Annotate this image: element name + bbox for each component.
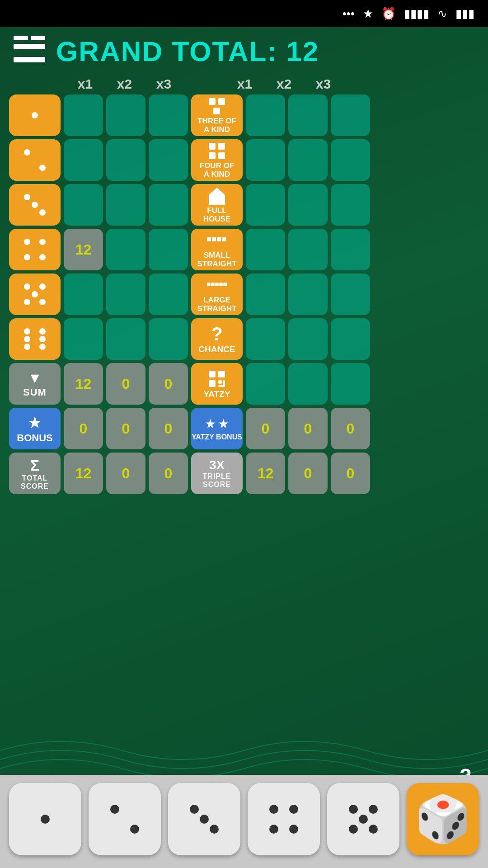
col-x3-left: x3 [144,76,183,92]
triple-score-x1[interactable]: 12 [246,453,285,494]
sum-x3[interactable]: 0 [149,363,188,405]
bluetooth-icon: ••• [343,7,355,21]
die-3[interactable] [168,783,240,855]
large-straight[interactable]: LARGESTRAIGHT [191,274,243,315]
bonus-x2[interactable]: 0 [106,408,145,449]
three-of-a-kind-x1[interactable] [246,94,285,136]
three-of-a-kind-x2[interactable] [288,94,328,136]
col-x3-right: x3 [304,76,343,92]
bonus-row: ★ BONUS 0 0 0 ★ ★ YATZY BONUS 0 0 0 [9,408,479,449]
alarm-icon: ⏰ [381,7,396,21]
small-straight-x1[interactable] [246,229,285,270]
sum-x1[interactable]: 12 [64,363,103,405]
chance-x3[interactable] [331,318,370,360]
yatzy-bonus-x3[interactable]: 0 [331,408,370,449]
dice-six[interactable] [9,318,61,360]
dice-two[interactable] [9,139,61,181]
svg-rect-11 [222,237,226,241]
row-ones: THREE OFA KIND [9,94,479,136]
four-of-a-kind-x1[interactable] [246,139,285,181]
triple-score-x3[interactable]: 0 [331,453,370,494]
dice-one[interactable] [9,94,61,136]
svg-rect-5 [209,152,216,159]
small-straight-x3[interactable] [331,229,370,270]
four-of-a-kind[interactable]: FOUR OFA KIND [191,139,243,181]
fours-x1[interactable]: 12 [64,229,103,270]
bonus-x1[interactable]: 0 [64,408,103,449]
total-score-x1[interactable]: 12 [64,453,103,494]
yatzy-x1[interactable] [246,363,285,405]
fives-x2[interactable] [106,274,145,315]
yatzy-bonus-x1[interactable]: 0 [246,408,285,449]
dice-three[interactable] [9,184,61,226]
svg-rect-18 [218,371,225,377]
chance-x2[interactable] [288,318,328,360]
fours-x3[interactable] [149,229,188,270]
chance-x1[interactable] [246,318,285,360]
triple-score-cell: 3X TRIPLESCORE [191,453,243,494]
total-score-x3[interactable]: 0 [149,453,188,494]
svg-rect-15 [219,283,223,286]
sum-x2[interactable]: 0 [106,363,145,405]
total-score-row: Σ TOTALSCORE 12 0 0 3X TRIPLESCORE 12 0 … [9,453,479,494]
row-sixes: ? CHANCE [9,318,479,360]
large-straight-x3[interactable] [331,274,370,315]
yatzy-x3[interactable] [331,363,370,405]
four-of-a-kind-x2[interactable] [288,139,328,181]
row-twos: FOUR OFA KIND [9,139,479,181]
fives-x1[interactable] [64,274,103,315]
yatzy-bonus-x2[interactable]: 0 [288,408,328,449]
dice-four[interactable] [9,229,61,270]
fours-x2[interactable] [106,229,145,270]
yatzy-x2[interactable] [288,363,328,405]
col-x1-right: x1 [225,76,264,92]
triple-score-x2[interactable]: 0 [288,453,328,494]
full-house-x3[interactable] [331,184,370,226]
svg-rect-4 [218,143,225,150]
bonus-cell: ★ BONUS [9,408,61,449]
threes-x2[interactable] [106,184,145,226]
svg-rect-12 [207,283,211,286]
sixes-x1[interactable] [64,318,103,360]
svg-rect-2 [213,108,220,114]
score-grid: THREE OFA KIND [9,94,479,494]
yatzy[interactable]: YATZY [191,363,243,405]
signal-icon: ▮▮▮▮ [404,7,429,21]
total-score-x2[interactable]: 0 [106,453,145,494]
svg-rect-8 [207,237,211,241]
small-straight-x2[interactable] [288,229,328,270]
sum-row: ▼ SUM 12 0 0 YATZY [9,363,479,405]
menu-button[interactable] [14,36,45,67]
die-2[interactable] [89,783,161,855]
threes-x1[interactable] [64,184,103,226]
status-bar: ••• ★ ⏰ ▮▮▮▮ ∿ ▮▮▮ [0,0,488,27]
bonus-x3[interactable]: 0 [149,408,188,449]
full-house-x1[interactable] [246,184,285,226]
three-of-a-kind[interactable]: THREE OFA KIND [191,94,243,136]
sixes-x2[interactable] [106,318,145,360]
dice-five[interactable] [9,274,61,315]
three-of-a-kind-x3[interactable] [331,94,370,136]
svg-rect-6 [218,152,225,159]
svg-rect-19 [209,380,216,387]
sixes-x3[interactable] [149,318,188,360]
ones-x1[interactable] [64,94,103,136]
large-straight-x2[interactable] [288,274,328,315]
chance[interactable]: ? CHANCE [191,318,243,360]
full-house[interactable]: FULLHOUSE [191,184,243,226]
large-straight-x1[interactable] [246,274,285,315]
die-4[interactable] [248,783,320,855]
ones-x3[interactable] [149,94,188,136]
four-of-a-kind-x3[interactable] [331,139,370,181]
twos-x1[interactable] [64,139,103,181]
die-1[interactable] [9,783,81,855]
ones-x2[interactable] [106,94,145,136]
fives-x3[interactable] [149,274,188,315]
full-house-x2[interactable] [288,184,328,226]
die-5[interactable] [327,783,399,855]
twos-x3[interactable] [149,139,188,181]
twos-x2[interactable] [106,139,145,181]
threes-x3[interactable] [149,184,188,226]
roll-button[interactable]: 🎲 [407,783,479,855]
small-straight[interactable]: SMALLSTRAIGHT [191,229,243,270]
